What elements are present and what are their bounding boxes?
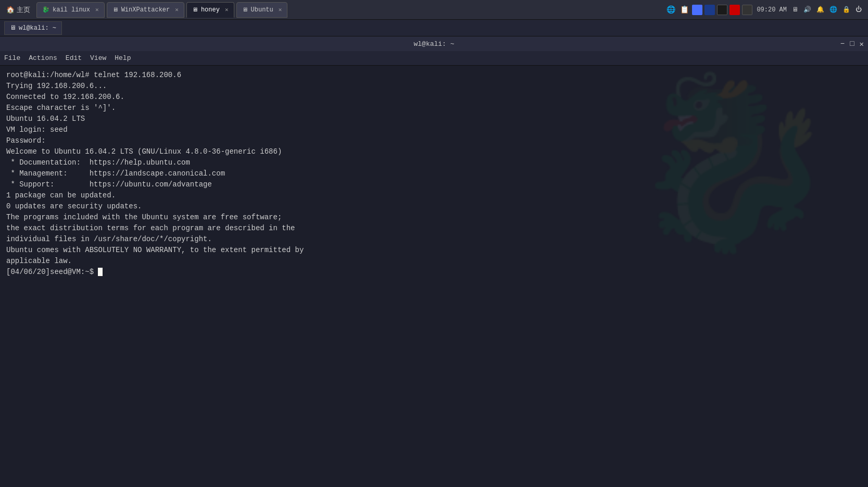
terminal-menubar: File Actions Edit View Help xyxy=(0,51,868,66)
maximize-button[interactable]: □ xyxy=(850,40,854,48)
terminal-line-2: Connected to 192.168.200.6. xyxy=(6,92,862,103)
terminal-line-3: Escape character is '^]'. xyxy=(6,103,862,114)
ql-icon-6[interactable] xyxy=(729,5,740,15)
terminal-content[interactable]: 🐉 root@kali:/home/wl# telnet 192.168.200… xyxy=(0,66,868,487)
minimize-button[interactable]: − xyxy=(840,40,845,48)
terminal-titlebar: wl@kali: ~ − □ ✕ xyxy=(0,36,868,51)
terminal-line-14: 0 updates are security updates. xyxy=(6,201,862,212)
tab-kali-close[interactable]: ✕ xyxy=(95,6,99,13)
terminal-line-1: Trying 192.168.200.6... xyxy=(6,81,862,92)
terminal-cursor xyxy=(98,268,103,276)
terminal-line-4: Ubuntu 16.04.2 LTS xyxy=(6,114,862,124)
menu-view[interactable]: View xyxy=(90,54,106,62)
terminal-lines: root@kali:/home/wl# telnet 192.168.200.6… xyxy=(6,70,862,278)
tab-honey-label: honey xyxy=(201,6,220,14)
volume-icon: 🔊 xyxy=(803,6,811,14)
menu-actions[interactable]: Actions xyxy=(29,54,57,62)
menu-edit[interactable]: Edit xyxy=(66,54,82,62)
menu-help[interactable]: Help xyxy=(115,54,131,62)
close-button[interactable]: ✕ xyxy=(860,40,864,48)
tab-kali-icon: 🐉 xyxy=(42,6,49,13)
system-tray: 09:20 AM 🖥 🔊 🔔 🌐 🔒 ⏻ xyxy=(757,6,866,14)
tab-honey[interactable]: 🖥 honey ✕ xyxy=(186,2,234,18)
ql-kali-icon[interactable]: 🌐 xyxy=(665,4,676,16)
tab-ubuntu[interactable]: 🖥 Ubuntu ✕ xyxy=(236,2,288,18)
terminal-line-11: * Support: https://ubuntu.com/advantage xyxy=(6,179,862,190)
winbar-tab-icon: 🖥 xyxy=(10,24,16,32)
terminal-line-24: [04/06/20]seed@VM:~$ xyxy=(6,267,862,278)
terminal-line-10: * Management: https://landscape.canonica… xyxy=(6,168,862,179)
terminal-line-9: * Documentation: https://help.ubuntu.com xyxy=(6,157,862,168)
network-icon: 🌐 xyxy=(829,6,837,14)
tab-ubuntu-icon: 🖥 xyxy=(242,6,248,13)
power-icon: ⏻ xyxy=(856,6,862,14)
clock: 09:20 AM xyxy=(757,6,787,14)
ql-icon-7[interactable] xyxy=(742,5,752,15)
terminal-line-5: VM login: seed xyxy=(6,124,862,135)
tab-winxpattacker[interactable]: 🖥 WinXPattacker ✕ xyxy=(107,2,184,18)
tab-kali-label: kail linux xyxy=(53,6,90,14)
terminal-line-22: applicable law. xyxy=(6,256,862,267)
home-button[interactable]: 🏠 主页 xyxy=(2,4,34,16)
terminal-line-21: Ubuntu comes with ABSOLUTELY NO WARRANTY… xyxy=(6,245,862,256)
ql-icon-3[interactable] xyxy=(692,5,702,15)
ql-icon-4[interactable] xyxy=(705,5,715,15)
terminal-line-18: the exact distribution terms for each pr… xyxy=(6,223,862,234)
terminal-line-7: Welcome to Ubuntu 16.04.2 LTS (GNU/Linux… xyxy=(6,146,862,157)
window-taskbar: 🖥 wl@kali: ~ xyxy=(0,20,868,36)
ql-icon-5[interactable] xyxy=(717,5,727,15)
os-taskbar: 🏠 主页 🐉 kail linux ✕ 🖥 WinXPattacker ✕ 🖥 … xyxy=(0,0,868,20)
window-controls: − □ ✕ xyxy=(840,40,864,48)
quick-launch-bar: 🌐 📋 xyxy=(661,4,757,16)
screen-icon: 🖥 xyxy=(792,6,798,14)
terminal-line-0: root@kali:/home/wl# telnet 192.168.200.6 xyxy=(6,70,862,81)
tab-ubuntu-label: Ubuntu xyxy=(251,6,273,14)
terminal-line-6: Password: xyxy=(6,135,862,146)
home-icon: 🏠 xyxy=(6,6,15,14)
terminal-line-19: individual files in /usr/share/doc/*/cop… xyxy=(6,234,862,245)
tab-honey-close[interactable]: ✕ xyxy=(225,6,229,13)
winbar-tab-label: wl@kali: ~ xyxy=(19,24,56,32)
terminal-line-17: The programs included with the Ubuntu sy… xyxy=(6,212,862,223)
lock-icon: 🔒 xyxy=(842,6,850,14)
tab-winxp-icon: 🖥 xyxy=(112,6,118,13)
ql-icon-2[interactable]: 📋 xyxy=(678,4,690,16)
taskbar-left: 🏠 主页 🐉 kail linux ✕ 🖥 WinXPattacker ✕ 🖥 … xyxy=(2,2,661,18)
tab-winxp-label: WinXPattacker xyxy=(121,6,170,14)
tab-kali-linux[interactable]: 🐉 kail linux ✕ xyxy=(36,2,105,18)
home-label: 主页 xyxy=(17,5,30,15)
tab-winxp-close[interactable]: ✕ xyxy=(175,6,179,13)
tab-honey-icon: 🖥 xyxy=(192,6,198,13)
terminal-line-13: 1 package can be updated. xyxy=(6,190,862,201)
menu-file[interactable]: File xyxy=(4,54,20,62)
winbar-tab-terminal[interactable]: 🖥 wl@kali: ~ xyxy=(4,21,62,35)
tab-ubuntu-close[interactable]: ✕ xyxy=(279,6,282,13)
notify-icon: 🔔 xyxy=(816,6,824,14)
terminal-title: wl@kali: ~ xyxy=(413,40,454,48)
terminal-window: wl@kali: ~ − □ ✕ File Actions Edit View … xyxy=(0,36,868,487)
